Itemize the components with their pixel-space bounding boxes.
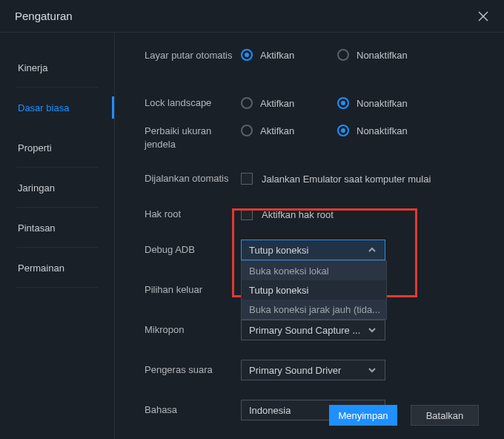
dropdown-item[interactable]: Buka koneksi jarak jauh (tida... — [242, 300, 386, 319]
save-button[interactable]: Menyimpan — [329, 405, 397, 426]
select-adb[interactable]: Tutup koneksi Buka koneksi lokal Tutup k… — [241, 240, 385, 260]
checkbox-icon — [241, 173, 253, 185]
dropdown-item[interactable]: Tutup koneksi — [242, 280, 386, 300]
cancel-button[interactable]: Batalkan — [411, 405, 479, 426]
select-value: Tutup koneksi — [249, 245, 308, 256]
radio-label: Aktifkan — [260, 125, 294, 136]
titlebar: Pengaturan — [0, 0, 504, 33]
sidebar: Kinerja Dasar biasa Properti Jaringan Pi… — [0, 33, 115, 439]
radio-label: Nonaktifkan — [357, 50, 408, 61]
sidebar-item-properti[interactable]: Properti — [0, 128, 114, 168]
radio-label: Nonaktifkan — [357, 125, 408, 136]
sidebar-item-label: Pintasan — [18, 222, 56, 234]
checkbox-label: Jalankan Emulator saat komputer mulai — [262, 174, 431, 185]
radio-auto-rotate-enable[interactable]: Aktifkan — [241, 49, 330, 61]
select-value: Primary Sound Capture ... — [249, 325, 360, 336]
radio-icon — [241, 49, 253, 61]
sidebar-item-pintasan[interactable]: Pintasan — [0, 208, 114, 248]
sidebar-item-kinerja[interactable]: Kinerja — [0, 47, 114, 88]
radio-fix-window-enable[interactable]: Aktifkan — [241, 125, 330, 136]
label-language: Bahasa — [145, 403, 241, 417]
dropdown-adb: Buka koneksi lokal Tutup koneksi Buka ko… — [241, 260, 387, 320]
chevron-up-icon — [367, 245, 377, 255]
radio-icon — [241, 97, 253, 109]
sidebar-item-label: Properti — [18, 142, 52, 154]
radio-fix-window-disable[interactable]: Nonaktifkan — [337, 125, 426, 136]
label-speaker: Pengeras suara — [145, 363, 241, 377]
label-lock-landscape: Lock landscape — [145, 96, 241, 110]
window-title: Pengaturan — [15, 10, 73, 22]
sidebar-item-label: Dasar biasa — [18, 102, 69, 113]
dropdown-item[interactable]: Buka koneksi lokal — [242, 261, 386, 280]
close-icon[interactable] — [477, 10, 489, 22]
content-panel: Layar putar otomatis Aktifkan Nonaktifka… — [115, 33, 504, 439]
radio-label: Aktifkan — [260, 98, 294, 109]
label-exit-option: Pilihan keluar — [145, 283, 241, 297]
checkbox-root[interactable]: Aktifkan hak root — [241, 208, 334, 220]
checkbox-icon — [241, 208, 253, 220]
radio-icon — [337, 49, 349, 61]
radio-lock-landscape-enable[interactable]: Aktifkan — [241, 97, 330, 109]
radio-icon — [241, 125, 253, 136]
radio-label: Aktifkan — [260, 50, 294, 61]
label-root: Hak root — [145, 208, 241, 221]
radio-icon — [337, 97, 349, 109]
select-value: Primary Sound Driver — [249, 365, 341, 376]
radio-auto-rotate-disable[interactable]: Nonaktifkan — [337, 49, 426, 61]
radio-lock-landscape-disable[interactable]: Nonaktifkan — [337, 97, 426, 109]
select-speaker[interactable]: Primary Sound Driver — [241, 360, 385, 380]
sidebar-item-label: Permainan — [18, 263, 64, 274]
label-adb: Debug ADB — [145, 243, 241, 257]
footer: Menyimpan Batalkan — [329, 405, 479, 426]
sidebar-item-dasar-biasa[interactable]: Dasar biasa — [0, 88, 114, 128]
select-value: Indonesia — [249, 405, 291, 416]
sidebar-item-permainan[interactable]: Permainan — [0, 248, 114, 288]
radio-icon — [337, 125, 349, 136]
checkbox-autorun[interactable]: Jalankan Emulator saat komputer mulai — [241, 173, 431, 185]
label-autorun: Dijalankan otomatis — [145, 172, 241, 185]
label-auto-rotate: Layar putar otomatis — [145, 49, 241, 62]
label-fix-window: Perbaiki ukuran jendela — [145, 125, 241, 151]
label-mic: Mikropon — [145, 323, 241, 337]
chevron-down-icon — [367, 365, 377, 375]
chevron-down-icon — [367, 325, 377, 335]
radio-label: Nonaktifkan — [357, 98, 408, 109]
select-mic[interactable]: Primary Sound Capture ... — [241, 320, 385, 340]
sidebar-item-label: Kinerja — [18, 62, 47, 73]
checkbox-label: Aktifkan hak root — [262, 209, 334, 220]
sidebar-item-jaringan[interactable]: Jaringan — [0, 168, 114, 208]
sidebar-item-label: Jaringan — [18, 182, 55, 194]
